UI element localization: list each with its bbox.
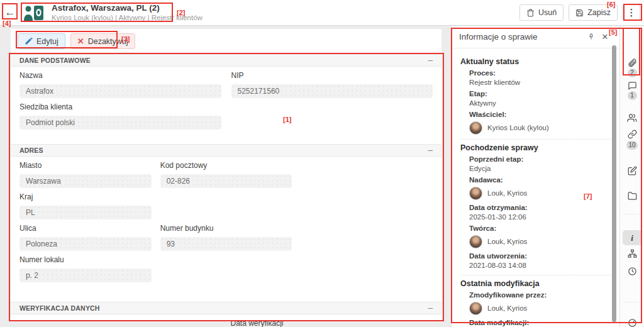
field-data-weryfikacji: Data weryfikacji <box>231 318 328 327</box>
collapse-icon[interactable]: – <box>428 305 433 311</box>
section-title: WERYFIKACJA DANYCH <box>19 304 100 312</box>
item-value: Louk, Kyrios <box>487 304 527 313</box>
siedziba-klienta-input[interactable] <box>19 116 221 130</box>
trash-icon <box>526 9 535 17</box>
field-kod-pocztowy: Kod pocztowy <box>160 160 292 188</box>
panel-item: Nadawca: Louk, Kyrios <box>469 175 611 200</box>
numer-lokalu-input[interactable] <box>19 269 152 282</box>
close-icon[interactable]: ✕ <box>598 30 612 43</box>
panel-item: Właściciel: Kyrios Louk (kylou) <box>469 110 611 135</box>
panel-item: Poprzedni etap: Edycja <box>469 155 611 174</box>
deactivate-button[interactable]: ✕ Dezaktywuj <box>70 33 135 49</box>
pencil-icon <box>25 37 33 45</box>
folder-icon[interactable] <box>620 191 644 201</box>
item-label: Etap: <box>469 89 611 99</box>
panel-content: Aktualny status Proces: Rejestr klientów… <box>452 48 619 327</box>
section-body-verification: Sprawdź dane klienta Data weryfikacji <box>11 314 441 327</box>
client-form-card: Edytuj ✕ Dezaktywuj DANE PODSTAWOWE – Na… <box>11 29 441 321</box>
item-value: Louk, Kyrios <box>487 189 527 198</box>
item-label: Właściciel: <box>469 110 611 119</box>
item-label: Zmodyfikowane przez: <box>469 291 611 300</box>
field-miasto: Miasto <box>19 160 152 188</box>
client-avatar-icon <box>24 5 45 23</box>
field-numer-budynku: Numer budynku <box>160 223 292 251</box>
field-nazwa: Nazwa <box>19 70 221 98</box>
user-avatar <box>469 235 482 248</box>
nazwa-input[interactable] <box>19 84 221 98</box>
edit-document-icon[interactable] <box>620 166 644 175</box>
section-body-address: Miasto Kod pocztowy Kraj Ulica Numer bud… <box>11 157 441 302</box>
field-label: Numer budynku <box>160 223 292 233</box>
info-tab-icon[interactable]: i <box>620 233 644 243</box>
delete-button[interactable]: Usuń <box>519 4 564 21</box>
section-header-verification: WERYFIKACJA DANYCH – <box>11 302 441 314</box>
save-icon <box>575 9 584 17</box>
miasto-input[interactable] <box>19 174 152 188</box>
participants-icon[interactable] <box>620 113 644 123</box>
right-icon-rail: 2 1 10 i <box>619 26 644 327</box>
delete-button-label: Usuń <box>538 8 557 17</box>
panel-scrollbar[interactable] <box>612 45 616 322</box>
dashboard-gauge-icon[interactable] <box>620 318 644 327</box>
page-subtitle: Kyrios Louk (kylou) | Aktywny | Rejestr … <box>52 13 203 23</box>
comments-icon[interactable] <box>620 81 644 91</box>
save-button[interactable]: Zapisz <box>569 4 618 21</box>
section-header-address: ADRES – <box>11 144 441 157</box>
section-body-basic-data: Nazwa NIP Siedziba klienta <box>11 67 441 144</box>
field-label: Ulica <box>19 223 152 233</box>
history-icon[interactable] <box>620 267 644 276</box>
collapse-icon[interactable]: – <box>428 57 433 64</box>
panel-item: Twórca: Louk, Kyrios <box>469 224 611 248</box>
panel-divider <box>460 139 611 140</box>
section-title: DANE PODSTAWOWE <box>19 57 91 64</box>
rail-divider <box>623 214 641 214</box>
field-label: Siedziba klienta <box>19 102 221 112</box>
comments-count-badge: 1 <box>620 91 644 100</box>
item-label: Proces: <box>469 69 611 78</box>
item-label: Nadawca: <box>469 175 611 185</box>
edit-button-label: Edytuj <box>36 37 58 46</box>
panel-item: Data modyfikacji: 2025-12-29 13:03 <box>469 318 611 327</box>
case-info-panel: Informacje o sprawie ✕ Aktualny status P… <box>451 26 619 327</box>
deactivate-button-label: Dezaktywuj <box>88 37 128 46</box>
field-kraj: Kraj <box>19 192 152 219</box>
item-value: Rejestr klientów <box>469 78 611 87</box>
field-ulica: Ulica <box>19 223 152 251</box>
case-info-panel-header: Informacje o sprawie ✕ <box>452 26 619 47</box>
attachments-icon[interactable] <box>620 58 644 67</box>
kod-pocztowy-input[interactable] <box>160 174 292 188</box>
record-toolbar: Edytuj ✕ Dezaktywuj <box>11 29 441 54</box>
field-nip: NIP <box>231 70 433 98</box>
field-label: Kod pocztowy <box>160 160 292 170</box>
panel-item: Zmodyfikowane przez: Louk, Kyrios <box>469 291 611 315</box>
ulica-input[interactable] <box>19 237 152 251</box>
hierarchy-icon[interactable] <box>620 249 644 258</box>
back-button[interactable]: ← <box>3 6 17 19</box>
more-menu-button[interactable]: ⋮ <box>623 4 640 21</box>
field-label: Numer lokalu <box>19 255 152 265</box>
nip-input[interactable] <box>231 84 433 98</box>
numer-budynku-input[interactable] <box>160 237 292 251</box>
collapse-icon[interactable]: – <box>428 147 433 153</box>
edit-button[interactable]: Edytuj <box>18 33 65 49</box>
deactivate-x-icon: ✕ <box>77 36 84 46</box>
pin-icon[interactable] <box>584 30 598 43</box>
item-value: 2025-01-30 12:06 <box>469 213 611 222</box>
item-label: Twórca: <box>469 224 611 233</box>
links-icon[interactable] <box>620 130 644 139</box>
field-label: Kraj <box>19 192 152 202</box>
rail-divider <box>623 302 641 302</box>
panel-item: Data otrzymania: 2025-01-30 12:06 <box>469 203 611 222</box>
info-glyph: i <box>631 233 633 243</box>
panel-section-title: Pochodzenie sprawy <box>460 143 611 152</box>
section-title: ADRES <box>19 147 43 154</box>
header-actions: Usuń Zapisz ⋮ <box>519 4 640 21</box>
page-title: Astrafox, Warszawa, PL (2) <box>52 3 203 13</box>
app-header: ← Astrafox, Warszawa, PL (2) Kyrios Louk… <box>0 0 644 26</box>
section-header-basic-data: DANE PODSTAWOWE – <box>11 54 441 67</box>
title-block: Astrafox, Warszawa, PL (2) Kyrios Louk (… <box>52 3 203 23</box>
panel-item: Proces: Rejestr klientów <box>469 69 611 87</box>
user-avatar <box>469 302 482 315</box>
field-siedziba-klienta: Siedziba klienta <box>19 102 221 130</box>
kraj-input[interactable] <box>19 206 152 219</box>
